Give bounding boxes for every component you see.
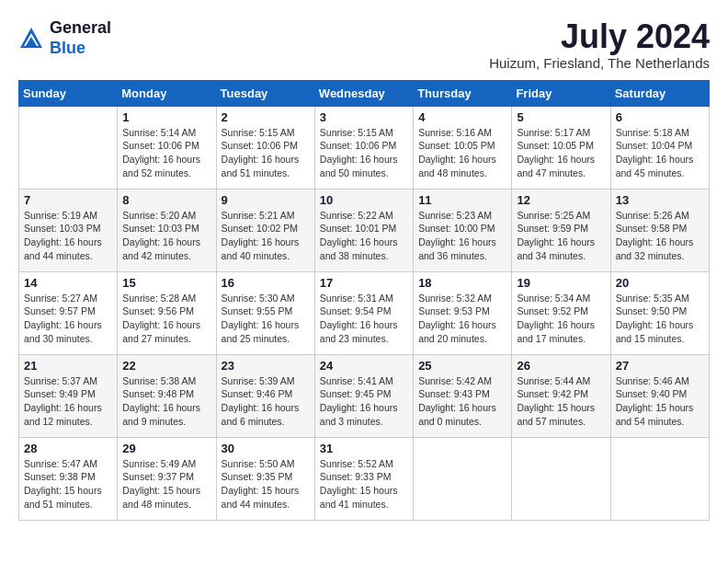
day-info: Sunrise: 5:34 AM Sunset: 9:52 PM Dayligh…: [517, 292, 605, 346]
day-number: 6: [616, 110, 704, 124]
day-number: 14: [24, 276, 112, 290]
location-text: Huizum, Friesland, The Netherlands: [489, 55, 710, 71]
day-number: 27: [616, 359, 704, 373]
day-number: 18: [418, 276, 506, 290]
day-info: Sunrise: 5:32 AM Sunset: 9:53 PM Dayligh…: [418, 292, 506, 346]
day-info: Sunrise: 5:46 AM Sunset: 9:40 PM Dayligh…: [616, 374, 704, 429]
calendar-cell: 25Sunrise: 5:42 AM Sunset: 9:43 PM Dayli…: [414, 354, 512, 437]
day-info: Sunrise: 5:27 AM Sunset: 9:57 PM Dayligh…: [24, 292, 112, 346]
day-number: 31: [320, 442, 408, 455]
day-info: Sunrise: 5:22 AM Sunset: 10:01 PM Daylig…: [320, 209, 408, 263]
day-number: 21: [24, 359, 112, 373]
day-number: 12: [517, 193, 605, 207]
calendar-cell: 9Sunrise: 5:21 AM Sunset: 10:02 PM Dayli…: [216, 189, 314, 271]
calendar-cell: 11Sunrise: 5:23 AM Sunset: 10:00 PM Dayl…: [414, 189, 512, 271]
day-number: 8: [122, 193, 210, 207]
calendar-cell: 29Sunrise: 5:49 AM Sunset: 9:37 PM Dayli…: [118, 437, 216, 520]
col-friday: Friday: [512, 80, 610, 106]
calendar-cell: [512, 437, 610, 520]
col-sunday: Sunday: [19, 80, 118, 106]
calendar-cell: 15Sunrise: 5:28 AM Sunset: 9:56 PM Dayli…: [118, 271, 216, 354]
col-monday: Monday: [118, 80, 216, 106]
calendar-cell: 12Sunrise: 5:25 AM Sunset: 9:59 PM Dayli…: [512, 189, 610, 271]
day-info: Sunrise: 5:31 AM Sunset: 9:54 PM Dayligh…: [320, 292, 408, 346]
day-number: 20: [616, 276, 704, 290]
calendar-cell: 28Sunrise: 5:47 AM Sunset: 9:38 PM Dayli…: [19, 437, 118, 520]
day-number: 11: [418, 193, 506, 207]
calendar-cell: 14Sunrise: 5:27 AM Sunset: 9:57 PM Dayli…: [19, 271, 118, 354]
calendar-cell: [610, 437, 709, 520]
day-number: 17: [320, 276, 408, 290]
calendar-cell: 17Sunrise: 5:31 AM Sunset: 9:54 PM Dayli…: [314, 271, 413, 354]
header: General Blue July 2024 Huizum, Friesland…: [18, 18, 710, 71]
calendar-cell: 26Sunrise: 5:44 AM Sunset: 9:42 PM Dayli…: [512, 354, 610, 437]
calendar-cell: 16Sunrise: 5:30 AM Sunset: 9:55 PM Dayli…: [216, 271, 314, 354]
logo-blue-text: Blue: [50, 39, 111, 59]
calendar-cell: 19Sunrise: 5:34 AM Sunset: 9:52 PM Dayli…: [512, 271, 610, 354]
day-info: Sunrise: 5:15 AM Sunset: 10:06 PM Daylig…: [222, 126, 310, 180]
day-number: 9: [222, 193, 310, 207]
calendar-week-3: 14Sunrise: 5:27 AM Sunset: 9:57 PM Dayli…: [19, 271, 710, 354]
calendar-cell: [414, 437, 512, 520]
calendar-cell: 20Sunrise: 5:35 AM Sunset: 9:50 PM Dayli…: [610, 271, 709, 354]
col-tuesday: Tuesday: [216, 80, 314, 106]
calendar-cell: 30Sunrise: 5:50 AM Sunset: 9:35 PM Dayli…: [216, 437, 314, 520]
day-info: Sunrise: 5:41 AM Sunset: 9:45 PM Dayligh…: [320, 374, 408, 429]
calendar-header: Sunday Monday Tuesday Wednesday Thursday…: [19, 80, 710, 106]
calendar-cell: 24Sunrise: 5:41 AM Sunset: 9:45 PM Dayli…: [314, 354, 413, 437]
calendar-cell: 6Sunrise: 5:18 AM Sunset: 10:04 PM Dayli…: [610, 106, 709, 189]
day-info: Sunrise: 5:42 AM Sunset: 9:43 PM Dayligh…: [418, 374, 506, 429]
calendar-cell: 4Sunrise: 5:16 AM Sunset: 10:05 PM Dayli…: [414, 106, 512, 189]
day-info: Sunrise: 5:21 AM Sunset: 10:02 PM Daylig…: [222, 209, 310, 263]
calendar-week-1: 1Sunrise: 5:14 AM Sunset: 10:06 PM Dayli…: [19, 106, 710, 189]
day-number: 15: [122, 276, 210, 290]
calendar-table: Sunday Monday Tuesday Wednesday Thursday…: [18, 80, 710, 521]
day-number: 5: [517, 110, 605, 124]
month-year-title: July 2024: [489, 18, 710, 55]
page-container: General Blue July 2024 Huizum, Friesland…: [18, 18, 710, 521]
day-info: Sunrise: 5:25 AM Sunset: 9:59 PM Dayligh…: [517, 209, 605, 263]
day-number: 23: [222, 359, 310, 373]
day-number: 19: [517, 276, 605, 290]
day-number: 25: [418, 359, 506, 373]
calendar-cell: 3Sunrise: 5:15 AM Sunset: 10:06 PM Dayli…: [314, 106, 413, 189]
calendar-cell: 1Sunrise: 5:14 AM Sunset: 10:06 PM Dayli…: [118, 106, 216, 189]
calendar-cell: 8Sunrise: 5:20 AM Sunset: 10:03 PM Dayli…: [118, 189, 216, 271]
day-info: Sunrise: 5:38 AM Sunset: 9:48 PM Dayligh…: [122, 374, 210, 429]
day-number: 28: [24, 442, 112, 455]
calendar-cell: 21Sunrise: 5:37 AM Sunset: 9:49 PM Dayli…: [19, 354, 118, 437]
calendar-cell: 18Sunrise: 5:32 AM Sunset: 9:53 PM Dayli…: [414, 271, 512, 354]
day-info: Sunrise: 5:26 AM Sunset: 9:58 PM Dayligh…: [616, 209, 704, 263]
day-number: 1: [122, 110, 210, 124]
day-info: Sunrise: 5:39 AM Sunset: 9:46 PM Dayligh…: [222, 374, 310, 429]
day-number: 29: [122, 442, 210, 455]
day-info: Sunrise: 5:14 AM Sunset: 10:06 PM Daylig…: [122, 126, 210, 180]
calendar-cell: 2Sunrise: 5:15 AM Sunset: 10:06 PM Dayli…: [216, 106, 314, 189]
day-number: 26: [517, 359, 605, 373]
calendar-week-2: 7Sunrise: 5:19 AM Sunset: 10:03 PM Dayli…: [19, 189, 710, 271]
day-info: Sunrise: 5:49 AM Sunset: 9:37 PM Dayligh…: [122, 457, 210, 511]
calendar-cell: 31Sunrise: 5:52 AM Sunset: 9:33 PM Dayli…: [314, 437, 413, 520]
calendar-cell: 27Sunrise: 5:46 AM Sunset: 9:40 PM Dayli…: [610, 354, 709, 437]
calendar-cell: 23Sunrise: 5:39 AM Sunset: 9:46 PM Dayli…: [216, 354, 314, 437]
day-number: 30: [222, 442, 310, 455]
day-info: Sunrise: 5:50 AM Sunset: 9:35 PM Dayligh…: [222, 457, 310, 511]
title-section: July 2024 Huizum, Friesland, The Netherl…: [489, 18, 710, 71]
day-info: Sunrise: 5:20 AM Sunset: 10:03 PM Daylig…: [122, 209, 210, 263]
day-info: Sunrise: 5:23 AM Sunset: 10:00 PM Daylig…: [418, 209, 506, 263]
day-number: 22: [122, 359, 210, 373]
calendar-cell: 13Sunrise: 5:26 AM Sunset: 9:58 PM Dayli…: [610, 189, 709, 271]
day-info: Sunrise: 5:47 AM Sunset: 9:38 PM Dayligh…: [24, 457, 112, 511]
col-thursday: Thursday: [414, 80, 512, 106]
calendar-cell: 10Sunrise: 5:22 AM Sunset: 10:01 PM Dayl…: [314, 189, 413, 271]
header-row: Sunday Monday Tuesday Wednesday Thursday…: [19, 80, 710, 106]
day-number: 10: [320, 193, 408, 207]
day-number: 7: [24, 193, 112, 207]
day-number: 3: [320, 110, 408, 124]
calendar-cell: 5Sunrise: 5:17 AM Sunset: 10:05 PM Dayli…: [512, 106, 610, 189]
col-saturday: Saturday: [610, 80, 709, 106]
day-info: Sunrise: 5:52 AM Sunset: 9:33 PM Dayligh…: [320, 457, 408, 511]
calendar-cell: 7Sunrise: 5:19 AM Sunset: 10:03 PM Dayli…: [19, 189, 118, 271]
logo-general-text: General: [50, 18, 111, 39]
day-number: 2: [222, 110, 310, 124]
